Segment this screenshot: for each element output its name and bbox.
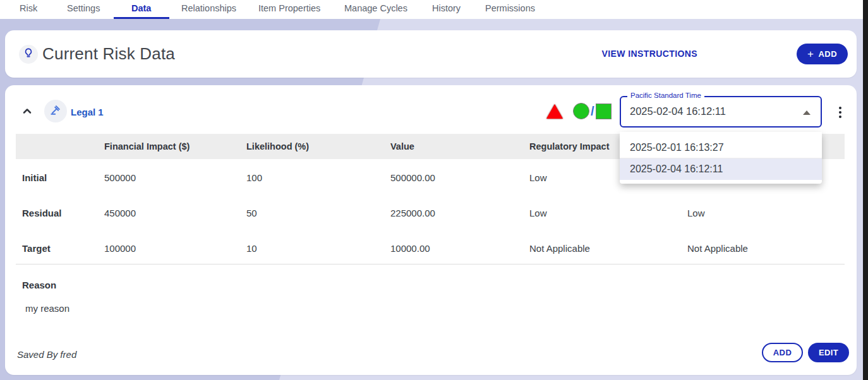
saved-by-text: Saved By fred (17, 349, 76, 360)
column-header-value: Value (390, 141, 414, 151)
green-circle-icon (573, 103, 589, 119)
cell-regulatory-impact: Low (529, 208, 547, 218)
row-label: Initial (22, 172, 47, 183)
tab-data[interactable]: Data (131, 0, 151, 19)
timestamp-option-1[interactable]: 2025-02-01 16:13:27 (620, 137, 822, 158)
title-icon-circle (19, 45, 38, 64)
add-button-header[interactable]: + ADD (797, 44, 848, 64)
cell-financial-impact: 100000 (104, 243, 136, 254)
caret-up-icon (803, 110, 811, 115)
right-edge-strip (863, 0, 868, 380)
row-label: Residual (22, 208, 62, 218)
collapse-section-button[interactable] (21, 105, 35, 119)
cell-regulatory-impact: Not Applicable (529, 243, 590, 254)
cell-extra: Low (687, 208, 705, 218)
add-button-panel[interactable]: ADD (762, 343, 803, 362)
more-options-button[interactable] (834, 105, 847, 120)
table-row-target: Target 100000 10 10000.00 Not Applicable… (16, 243, 845, 256)
row-label: Target (22, 243, 51, 254)
tab-history[interactable]: History (432, 0, 461, 19)
tab-permissions[interactable]: Permissions (485, 0, 535, 19)
tab-manage-cycles[interactable]: Manage Cycles (344, 0, 407, 19)
page-header-card: Current Risk Data VIEW INSTRUCTIONS + AD… (5, 30, 857, 78)
tab-relationships[interactable]: Relationships (181, 0, 236, 19)
cell-financial-impact: 500000 (104, 172, 136, 183)
green-square-icon (596, 104, 612, 119)
timestamp-option-2[interactable]: 2025-02-04 16:12:11 (620, 158, 822, 180)
cell-value: 500000.00 (390, 172, 435, 183)
cell-value: 225000.00 (390, 208, 435, 218)
timestamp-select-value: 2025-02-04 16:12:11 (630, 105, 726, 117)
tab-risk[interactable]: Risk (20, 0, 37, 19)
tab-settings[interactable]: Settings (67, 0, 100, 19)
reason-value: my reason (25, 303, 69, 314)
column-header-likelihood: Likelihood (%) (246, 141, 309, 151)
risk-type-avatar (44, 100, 67, 122)
chevron-up-icon (21, 109, 33, 119)
table-bottom-divider (16, 264, 845, 264)
cell-likelihood: 10 (246, 243, 257, 254)
risk-indicators: / (546, 103, 612, 119)
risk-data-panel: Legal 1 / Pacific Standard Time 2025-02-… (5, 85, 857, 375)
cell-value: 10000.00 (390, 243, 430, 254)
edit-button-panel[interactable]: EDIT (808, 343, 849, 362)
gavel-icon (49, 104, 62, 119)
reason-label: Reason (22, 280, 56, 290)
risk-name-link[interactable]: Legal 1 (71, 107, 104, 117)
cell-financial-impact: 450000 (104, 208, 136, 218)
column-header-financial-impact: Financial Impact ($) (104, 141, 190, 151)
risk-data-page: Risk Settings Data Relationships Item Pr… (0, 0, 868, 380)
view-instructions-link[interactable]: VIEW INSTRUCTIONS (602, 49, 697, 59)
cell-likelihood: 100 (246, 172, 262, 183)
tab-item-properties[interactable]: Item Properties (258, 0, 320, 19)
timestamp-select[interactable]: Pacific Standard Time 2025-02-04 16:12:1… (620, 96, 822, 128)
lightbulb-icon (23, 47, 34, 61)
cell-regulatory-impact: Low (529, 172, 547, 183)
red-triangle-icon (546, 104, 563, 119)
column-header-regulatory-impact: Regulatory Impact (529, 141, 610, 151)
timestamp-select-label: Pacific Standard Time (627, 92, 704, 99)
plus-icon: + (807, 49, 814, 59)
add-button-label: ADD (818, 49, 837, 59)
top-tab-bar: Risk Settings Data Relationships Item Pr… (0, 0, 868, 19)
page-title: Current Risk Data (42, 44, 175, 64)
kebab-icon (839, 107, 841, 109)
cell-likelihood: 50 (246, 208, 257, 218)
active-tab-indicator (114, 17, 169, 19)
slash-separator: / (591, 104, 594, 119)
cell-extra: Not Applicable (687, 243, 748, 254)
table-row-residual: Residual 450000 50 225000.00 Low Low (16, 208, 845, 220)
timestamp-dropdown-menu: 2025-02-01 16:13:27 2025-02-04 16:12:11 (620, 132, 822, 184)
